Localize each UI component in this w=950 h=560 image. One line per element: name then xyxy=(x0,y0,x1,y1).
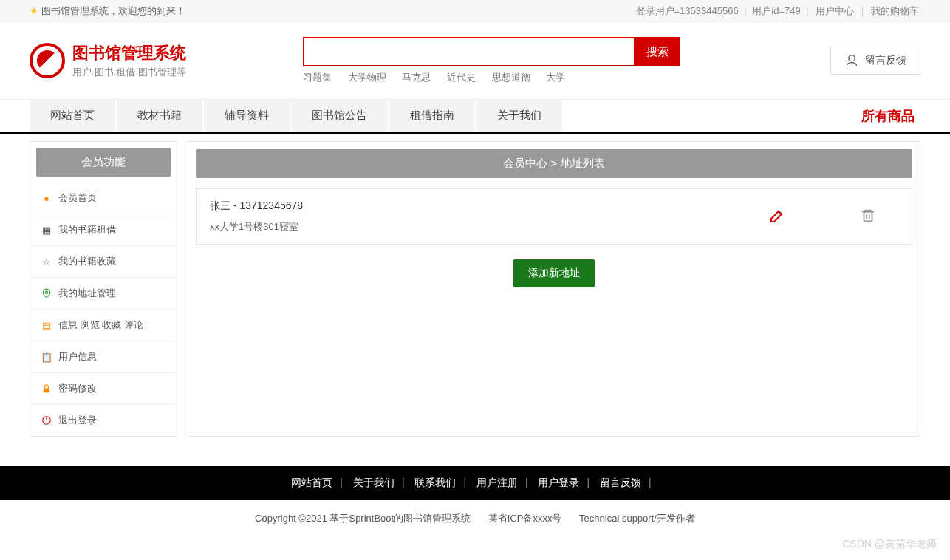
svg-point-0 xyxy=(849,55,855,61)
footer-link[interactable]: 用户注册 xyxy=(476,477,518,488)
lock-icon xyxy=(41,383,52,395)
add-address-button[interactable]: 添加新地址 xyxy=(513,259,595,287)
navbar: 网站首页 教材书籍 辅导资料 图书馆公告 租借指南 关于我们 所有商品 xyxy=(0,99,950,134)
sidebar-title: 会员功能 xyxy=(36,148,171,177)
hot-words: 习题集 大学物理 马克思 近代史 思想道德 大学 xyxy=(303,71,680,84)
logo-title: 图书馆管理系统 xyxy=(72,42,186,64)
sidebar-item-label: 用户信息 xyxy=(58,350,97,363)
header: 图书馆管理系统 用户.图书.租借.图书管理等 搜索 习题集 大学物理 马克思 近… xyxy=(0,22,950,92)
footer-link[interactable]: 留言反馈 xyxy=(600,477,641,488)
svg-point-1 xyxy=(45,291,48,294)
hotword[interactable]: 习题集 xyxy=(303,72,332,83)
sidebar-item-rent[interactable]: ▦ 我的书籍租借 xyxy=(30,214,177,246)
footer-link[interactable]: 关于我们 xyxy=(353,477,394,488)
star-icon: ★ xyxy=(30,0,38,22)
headset-icon xyxy=(844,53,859,68)
footer-links: 网站首页| 关于我们| 联系我们| 用户注册| 用户登录| 留言反馈| xyxy=(0,466,950,500)
sidebar-item-label: 我的地址管理 xyxy=(58,287,116,300)
edit-icon xyxy=(768,207,786,225)
location-icon xyxy=(41,287,52,299)
nav-tutorial[interactable]: 辅导资料 xyxy=(204,100,290,132)
nav-textbook[interactable]: 教材书籍 xyxy=(117,100,202,132)
hotword[interactable]: 近代史 xyxy=(447,72,476,83)
power-icon xyxy=(41,414,52,426)
logo-subtitle: 用户.图书.租借.图书管理等 xyxy=(72,66,186,79)
sidebar-item-home[interactable]: ● 会员首页 xyxy=(30,182,177,214)
sidebar-item-address[interactable]: 我的地址管理 xyxy=(30,278,177,310)
footer-link[interactable]: 网站首页 xyxy=(291,477,332,488)
icp-text: 某省ICP备xxxx号 xyxy=(488,513,562,524)
sidebar-item-logout[interactable]: 退出登录 xyxy=(30,405,177,436)
footer-link[interactable]: 联系我们 xyxy=(414,477,456,488)
content: 会员中心 > 地址列表 张三 - 13712345678 xx大学1号楼301寝… xyxy=(188,141,920,437)
logo-icon xyxy=(30,43,65,78)
star-icon: ☆ xyxy=(41,256,52,267)
topbar-right: 登录用户=13533445566 | 用户id=749 | 用户中心 | 我的购… xyxy=(636,0,920,21)
nav-home[interactable]: 网站首页 xyxy=(30,100,115,132)
search-input[interactable] xyxy=(303,37,635,66)
sidebar-item-password[interactable]: 密码修改 xyxy=(30,373,177,405)
add-button-wrap: 添加新地址 xyxy=(196,259,912,287)
search-button[interactable]: 搜索 xyxy=(635,37,680,66)
hotword[interactable]: 大学 xyxy=(546,72,565,83)
hotword[interactable]: 思想道德 xyxy=(492,72,530,83)
cart-link[interactable]: 我的购物车 xyxy=(871,5,919,16)
sidebar-item-label: 信息 浏览 收藏 评论 xyxy=(58,318,143,332)
sidebar-item-label: 退出登录 xyxy=(58,414,97,427)
nav-all-products[interactable]: 所有商品 xyxy=(861,107,920,125)
feedback-area: 留言反馈 xyxy=(830,47,920,75)
trash-icon xyxy=(860,208,876,224)
address-detail: xx大学1号楼301寝室 xyxy=(210,220,768,233)
copyright-text: Copyright ©2021 基于SprintBoot的图书馆管理系统 xyxy=(255,513,471,524)
breadcrumb: 会员中心 > 地址列表 xyxy=(196,149,912,178)
hotword[interactable]: 大学物理 xyxy=(348,72,386,83)
sidebar-item-favorite[interactable]: ☆ 我的书籍收藏 xyxy=(30,246,177,278)
welcome-text: 图书馆管理系统，欢迎您的到来！ xyxy=(41,0,185,22)
logo-area: 图书馆管理系统 用户.图书.租借.图书管理等 xyxy=(30,42,303,79)
sidebar-item-info[interactable]: ▤ 信息 浏览 收藏 评论 xyxy=(30,310,177,341)
home-icon: ● xyxy=(41,192,52,204)
user-center-link[interactable]: 用户中心 xyxy=(816,5,854,16)
footer-copyright: Copyright ©2021 基于SprintBoot的图书馆管理系统 某省I… xyxy=(0,500,950,537)
nav-about[interactable]: 关于我们 xyxy=(476,100,562,132)
separator: | xyxy=(861,5,864,16)
nav-notice[interactable]: 图书馆公告 xyxy=(291,100,388,132)
address-name-phone: 张三 - 13712345678 xyxy=(210,199,768,213)
doc-icon: ▤ xyxy=(41,319,52,331)
main: 会员功能 ● 会员首页 ▦ 我的书籍租借 ☆ 我的书籍收藏 我的地址管理 ▤ 信… xyxy=(0,134,950,459)
footer-link[interactable]: 用户登录 xyxy=(538,477,579,488)
clipboard-icon: 📋 xyxy=(41,351,52,363)
sidebar-item-label: 密码修改 xyxy=(58,382,97,395)
sidebar-item-userinfo[interactable]: 📋 用户信息 xyxy=(30,341,177,373)
user-id: 用户id=749 xyxy=(752,5,800,16)
login-user: 登录用户=13533445566 xyxy=(636,5,739,16)
address-actions xyxy=(768,207,898,227)
feedback-label: 留言反馈 xyxy=(865,54,906,67)
nav-rent-guide[interactable]: 租借指南 xyxy=(389,100,475,132)
topbar-left: ★ 图书馆管理系统，欢迎您的到来！ xyxy=(30,0,185,21)
grid-icon: ▦ xyxy=(41,224,52,236)
search-area: 搜索 习题集 大学物理 马克思 近代史 思想道德 大学 xyxy=(303,37,680,84)
sidebar-item-label: 我的书籍租借 xyxy=(58,223,116,236)
separator: | xyxy=(744,5,746,16)
sidebar-item-label: 我的书籍收藏 xyxy=(58,255,116,268)
feedback-button[interactable]: 留言反馈 xyxy=(830,47,920,75)
address-card: 张三 - 13712345678 xx大学1号楼301寝室 xyxy=(196,188,912,245)
sidebar-item-label: 会员首页 xyxy=(58,191,97,205)
svg-rect-5 xyxy=(864,211,872,221)
tech-text: Technical support/开发作者 xyxy=(579,513,695,524)
edit-button[interactable] xyxy=(768,207,786,227)
svg-rect-2 xyxy=(44,388,49,392)
hotword[interactable]: 马克思 xyxy=(402,72,431,83)
sidebar: 会员功能 ● 会员首页 ▦ 我的书籍租借 ☆ 我的书籍收藏 我的地址管理 ▤ 信… xyxy=(30,141,177,437)
delete-button[interactable] xyxy=(860,208,876,226)
address-info: 张三 - 13712345678 xx大学1号楼301寝室 xyxy=(210,199,768,233)
topbar: ★ 图书馆管理系统，欢迎您的到来！ 登录用户=13533445566 | 用户i… xyxy=(0,0,950,22)
separator: | xyxy=(806,5,808,16)
